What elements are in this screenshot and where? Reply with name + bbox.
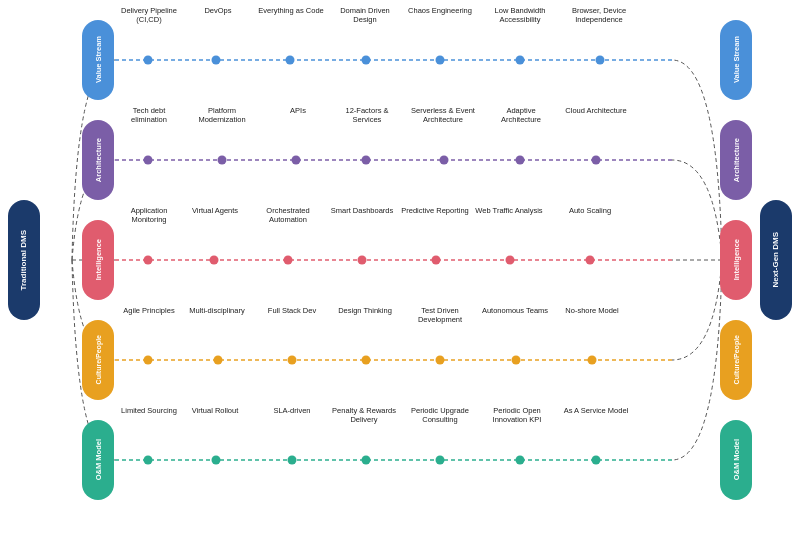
node-apis: APIs [264, 106, 332, 115]
svg-point-34 [588, 356, 597, 365]
traditional-dms-pill: Traditional DMS [8, 200, 40, 320]
svg-point-24 [358, 256, 367, 265]
svg-point-10 [362, 56, 371, 65]
node-predictive-reporting: Predictive Reporting [401, 206, 469, 215]
svg-point-25 [432, 256, 441, 265]
node-virtual-agents: Virtual Agents [181, 206, 249, 215]
node-auto-scaling: Auto Scaling [556, 206, 624, 215]
node-cloud-arch: Cloud Architecture [562, 106, 630, 115]
svg-point-39 [436, 456, 445, 465]
intelligence-left-label: Intelligence [94, 239, 103, 280]
node-agile-principles: Agile Principles [115, 306, 183, 315]
node-test-driven: Test Driven Development [406, 306, 474, 324]
node-design-thinking: Design Thinking [331, 306, 399, 315]
svg-point-9 [286, 56, 295, 65]
svg-point-13 [596, 56, 605, 65]
svg-point-28 [144, 356, 153, 365]
node-virtual-rollout: Virtual Rollout [181, 406, 249, 415]
architecture-right-label: Architecture [732, 138, 741, 182]
node-delivery-pipeline: Delivery Pipeline (CI,CD) [115, 6, 183, 24]
svg-point-20 [592, 156, 601, 165]
node-serverless: Serverless & Event Architecture [409, 106, 477, 124]
svg-point-12 [516, 56, 525, 65]
node-full-stack-dev: Full Stack Dev [258, 306, 326, 315]
node-orchestrated-auto: Orchestrated Automation [254, 206, 322, 224]
svg-point-16 [292, 156, 301, 165]
svg-point-31 [362, 356, 371, 365]
node-domain-driven: Domain Driven Design [331, 6, 399, 24]
node-periodic-open: Periodic Open Innovation KPI [483, 406, 551, 424]
architecture-left-label: Architecture [94, 138, 103, 182]
om-model-left-label: O&M Model [94, 439, 103, 480]
node-periodic-upgrade: Periodic Upgrade Consulting [406, 406, 474, 424]
svg-point-17 [362, 156, 371, 165]
value-stream-left-pill: Value Stream [82, 20, 114, 100]
architecture-right-pill: Architecture [720, 120, 752, 200]
next-gen-dms-label: Next-Gen DMS [771, 232, 781, 288]
svg-point-18 [440, 156, 449, 165]
svg-point-19 [516, 156, 525, 165]
node-everything-as-code: Everything as Code [257, 6, 325, 15]
node-platform-mod: Platform Modernization [188, 106, 256, 124]
node-as-service: As A Service Model [562, 406, 630, 415]
svg-point-36 [212, 456, 221, 465]
node-penalty-rewards: Penalty & Rewards Delivery [330, 406, 398, 424]
node-app-monitoring: Application Monitoring [115, 206, 183, 224]
node-smart-dashboards: Smart Dashboards [328, 206, 396, 215]
culture-people-right-pill: Culture/People [720, 320, 752, 400]
om-model-right-pill: O&M Model [720, 420, 752, 500]
om-model-right-label: O&M Model [732, 439, 741, 480]
node-adaptive-arch: Adaptive Architecture [487, 106, 555, 124]
intelligence-right-label: Intelligence [732, 239, 741, 280]
node-12factors: 12-Factors & Services [333, 106, 401, 124]
svg-point-14 [144, 156, 153, 165]
value-stream-right-pill: Value Stream [720, 20, 752, 100]
svg-point-41 [592, 456, 601, 465]
node-browser-device: Browser, Device Independence [565, 6, 633, 24]
svg-point-33 [512, 356, 521, 365]
intelligence-right-pill: Intelligence [720, 220, 752, 300]
intelligence-left-pill: Intelligence [82, 220, 114, 300]
svg-point-30 [288, 356, 297, 365]
svg-point-38 [362, 456, 371, 465]
svg-point-7 [144, 56, 153, 65]
svg-point-22 [210, 256, 219, 265]
node-chaos-engineering: Chaos Engineering [406, 6, 474, 15]
node-devops: DevOps [184, 6, 252, 15]
node-low-bandwidth: Low Bandwidth Accessibility [486, 6, 554, 24]
node-tech-debt: Tech debt elimination [115, 106, 183, 124]
svg-point-15 [218, 156, 227, 165]
svg-point-37 [288, 456, 297, 465]
svg-point-8 [212, 56, 221, 65]
svg-point-40 [516, 456, 525, 465]
traditional-dms-label: Traditional DMS [19, 230, 29, 290]
node-sla-driven: SLA-driven [258, 406, 326, 415]
svg-point-26 [506, 256, 515, 265]
svg-point-23 [284, 256, 293, 265]
node-web-traffic: Web Traffic Analysis [475, 206, 543, 215]
value-stream-right-label: Value Stream [732, 36, 741, 83]
svg-point-35 [144, 456, 153, 465]
value-stream-left-label: Value Stream [94, 36, 103, 83]
svg-point-27 [586, 256, 595, 265]
culture-people-left-pill: Culture/People [82, 320, 114, 400]
node-multi-disciplinary: Multi-disciplinary [183, 306, 251, 315]
om-model-left-pill: O&M Model [82, 420, 114, 500]
node-limited-sourcing: Limited Sourcing [115, 406, 183, 415]
svg-point-29 [214, 356, 223, 365]
node-autonomous-teams: Autonomous Teams [481, 306, 549, 315]
culture-people-left-label: Culture/People [95, 335, 102, 384]
background-svg [0, 0, 800, 540]
next-gen-dms-pill: Next-Gen DMS [760, 200, 792, 320]
culture-people-right-label: Culture/People [733, 335, 740, 384]
svg-point-32 [436, 356, 445, 365]
architecture-left-pill: Architecture [82, 120, 114, 200]
diagram: Traditional DMS Next-Gen DMS Value Strea… [0, 0, 800, 540]
svg-point-11 [436, 56, 445, 65]
svg-point-21 [144, 256, 153, 265]
node-no-shore: No-shore Model [558, 306, 626, 315]
